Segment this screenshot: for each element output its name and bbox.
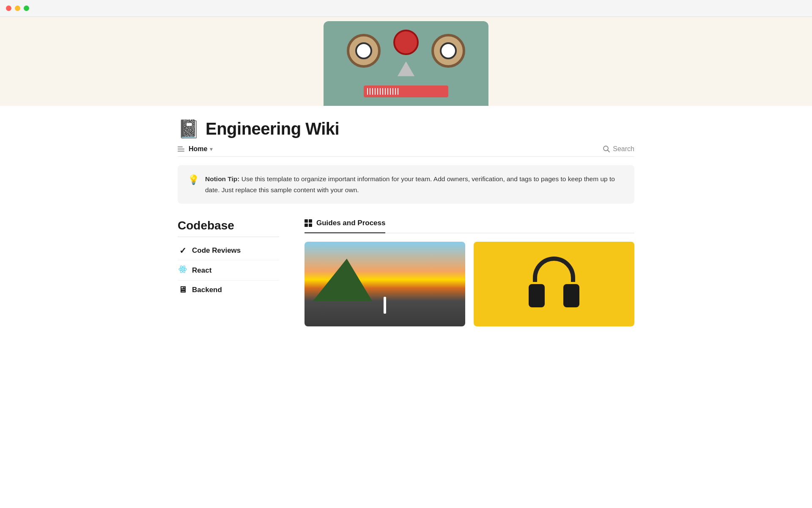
page-content: 📓 Engineering Wiki Home ▾ Search 💡 Notio… [144, 106, 668, 326]
codebase-item-label: React [192, 266, 211, 275]
page-title-section: 📓 Engineering Wiki [178, 106, 634, 138]
codebase-list: ✓ Code Reviews React [178, 241, 279, 299]
gallery-card-headphones[interactable] [474, 242, 634, 326]
robot-eye-right [431, 34, 465, 68]
guides-tabs: Guides and Process [304, 219, 634, 233]
guides-section: Guides and Process [304, 219, 634, 326]
tip-box: 💡 Notion Tip: Use this template to organ… [178, 165, 634, 204]
nav-lines-icon [178, 146, 184, 152]
maximize-button[interactable] [24, 6, 29, 11]
gallery-card-road[interactable] [304, 242, 465, 326]
tab-label: Guides and Process [316, 219, 385, 227]
nav-left[interactable]: Home ▾ [178, 145, 213, 153]
road-mountain [313, 259, 372, 301]
gallery-grid [304, 242, 634, 326]
tip-text: Notion Tip: Use this template to organiz… [205, 174, 624, 195]
tip-icon: 💡 [188, 174, 199, 185]
hero-banner [0, 17, 812, 106]
road-center-line [384, 297, 386, 314]
page-title: Engineering Wiki [206, 119, 339, 138]
codebase-title: Codebase [178, 219, 279, 237]
robot-eye-left [347, 34, 381, 68]
headphone-band [533, 257, 575, 282]
react-icon [178, 265, 188, 276]
headphone-cup-left [529, 284, 545, 307]
search-icon [603, 145, 610, 153]
codebase-sidebar: Codebase ✓ Code Reviews [178, 219, 279, 299]
tip-body-text: Use this template to organize important … [205, 175, 615, 193]
codebase-item-react[interactable]: React [178, 260, 279, 281]
monitor-icon: 🖥 [178, 285, 188, 295]
nav-bar: Home ▾ Search [178, 138, 634, 157]
grid-icon [304, 219, 312, 227]
chevron-down-icon: ▾ [210, 146, 213, 152]
robot-button [393, 30, 419, 55]
close-button[interactable] [6, 6, 11, 11]
codebase-item-code-reviews[interactable]: ✓ Code Reviews [178, 241, 279, 260]
search-button[interactable]: Search [603, 145, 634, 153]
hero-robot-image [324, 21, 488, 106]
svg-line-1 [608, 150, 610, 152]
search-label: Search [613, 145, 634, 153]
tab-guides-and-process[interactable]: Guides and Process [304, 219, 385, 233]
headphones-shape [529, 257, 579, 312]
nav-home-label[interactable]: Home [189, 145, 207, 153]
minimize-button[interactable] [15, 6, 20, 11]
titlebar [0, 0, 812, 17]
codebase-item-label: Code Reviews [192, 246, 241, 255]
robot-mouth [364, 86, 448, 97]
svg-point-5 [182, 268, 184, 270]
codebase-item-label: Backend [192, 286, 222, 294]
checkmark-icon: ✓ [178, 246, 188, 256]
headphone-cup-right [563, 284, 579, 307]
page-icon: 📓 [178, 120, 200, 138]
main-layout: Codebase ✓ Code Reviews [178, 219, 634, 326]
robot-nose [398, 61, 414, 76]
codebase-item-backend[interactable]: 🖥 Backend [178, 281, 279, 299]
tip-bold-label: Notion Tip: [205, 175, 240, 182]
